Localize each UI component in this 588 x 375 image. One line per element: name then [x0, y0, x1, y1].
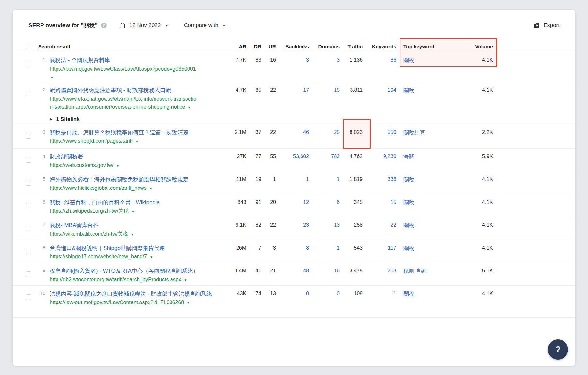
- row-checkbox[interactable]: [26, 91, 31, 96]
- domains-link[interactable]: 6: [337, 199, 340, 205]
- keywords-link[interactable]: 86: [390, 57, 396, 63]
- expand-url-caret-icon[interactable]: ▼: [188, 106, 191, 109]
- top-keyword-link[interactable]: 關稅: [403, 222, 414, 228]
- backlinks-link[interactable]: 1: [306, 176, 309, 182]
- keywords-link-cell: 9,230: [363, 149, 396, 160]
- result-url[interactable]: https://law.moj.gov.tw/LawClass/LawAll.a…: [50, 65, 226, 82]
- column-backlinks[interactable]: Backlinks: [276, 44, 309, 50]
- sitelink-toggle[interactable]: ▶1 Sitelink: [50, 115, 226, 123]
- expand-url-caret-icon[interactable]: ▼: [184, 278, 187, 282]
- result-title-link[interactable]: 關稅- 維基百科，自由的百科全書 - Wikipedia: [50, 198, 226, 207]
- row-checkbox[interactable]: [26, 226, 31, 231]
- result-title-link[interactable]: 海外購物族必看！海外包裹關稅免稅額度與相關課稅規定: [50, 175, 226, 184]
- date-picker-button[interactable]: 12 Nov 2022 ▼: [119, 22, 168, 29]
- result-title-link[interactable]: 法規內容-減免關稅之進口貨物補稅辦法 - 財政部主管法規查詢系統: [50, 290, 226, 298]
- result-title-link[interactable]: 台灣進口&關稅說明｜Shipgo世購國際集貨代運: [50, 244, 226, 253]
- column-domains[interactable]: Domains: [309, 44, 340, 50]
- result-url[interactable]: https://www.etax.nat.gov.tw/etwmain/tax-…: [50, 95, 226, 112]
- top-keyword-link[interactable]: 關稅: [403, 87, 414, 93]
- result-url[interactable]: https://wiki.mbalib.com/zh-tw/关税▼: [50, 230, 226, 238]
- backlinks-link[interactable]: 12: [303, 199, 309, 205]
- top-keyword-link[interactable]: 關稅: [403, 199, 414, 205]
- expand-url-caret-icon[interactable]: ▼: [131, 210, 135, 213]
- result-url[interactable]: https://www.shopjkl.com/pages/tariff▼: [50, 137, 226, 146]
- export-button[interactable]: Export: [534, 22, 560, 29]
- keywords-link[interactable]: 336: [387, 176, 396, 182]
- domains-link[interactable]: 13: [334, 222, 340, 228]
- result-title-link[interactable]: 關稅法 - 全國法規資料庫: [50, 56, 226, 65]
- result-url[interactable]: http://db2.wtocenter.org.tw/tariff/searc…: [50, 275, 226, 284]
- expand-url-caret-icon[interactable]: ▼: [135, 140, 139, 143]
- top-keyword-link[interactable]: 關稅: [403, 176, 414, 182]
- row-checkbox[interactable]: [26, 157, 31, 163]
- backlinks-link[interactable]: 3: [306, 57, 309, 63]
- result-url[interactable]: https://zh.wikipedia.org/zh-tw/关税▼: [50, 207, 226, 216]
- help-button[interactable]: ?: [548, 339, 568, 360]
- keywords-link[interactable]: 9,230: [383, 154, 396, 159]
- column-top-keyword[interactable]: Top keyword: [403, 44, 462, 50]
- result-url[interactable]: https://law-out.mof.gov.tw/LawContent.as…: [50, 298, 226, 307]
- result-title-link[interactable]: 財政部關務署: [50, 153, 226, 161]
- backlinks-link[interactable]: 8: [306, 245, 309, 251]
- serp-overview-panel: SERP overview for "關稅" ? 12 Nov 2022 ▼ C…: [13, 10, 575, 366]
- keywords-link[interactable]: 22: [390, 222, 396, 228]
- title-help-icon[interactable]: ?: [101, 23, 107, 28]
- keywords-link[interactable]: 194: [387, 87, 396, 93]
- result-url[interactable]: https://shipgo17.com/website/new_hand/7▼: [50, 253, 226, 261]
- backlinks-link[interactable]: 48: [303, 268, 309, 273]
- column-ur[interactable]: UR: [261, 44, 276, 50]
- top-keyword-link[interactable]: 關稅計算: [403, 129, 425, 135]
- top-keyword-link[interactable]: 關稅: [403, 291, 414, 297]
- keywords-link[interactable]: 1: [393, 291, 396, 296]
- backlinks-link[interactable]: 53,602: [293, 154, 309, 159]
- result-url[interactable]: https://www.hiclicksglobal.com/tariff_ne…: [50, 184, 226, 193]
- backlinks-link[interactable]: 17: [303, 87, 309, 93]
- expand-url-caret-icon[interactable]: ▼: [187, 301, 190, 305]
- compare-with-dropdown[interactable]: Compare with ▼: [184, 22, 226, 29]
- select-all-checkbox[interactable]: [26, 44, 31, 49]
- column-ar[interactable]: AR: [231, 44, 246, 50]
- backlinks-link[interactable]: 23: [303, 222, 309, 228]
- domains-link[interactable]: 16: [334, 268, 340, 273]
- column-keywords[interactable]: Keywords: [363, 44, 396, 50]
- ar-value: 843: [237, 199, 246, 205]
- domains-link[interactable]: 0: [337, 291, 340, 296]
- top-keyword-link[interactable]: 關稅: [403, 57, 414, 63]
- column-dr[interactable]: DR: [246, 44, 261, 50]
- row-checkbox[interactable]: [26, 61, 31, 66]
- top-keyword-link[interactable]: 海關: [403, 154, 414, 159]
- keywords-link[interactable]: 117: [388, 245, 396, 251]
- top-keyword-link[interactable]: 稅則 查詢: [403, 268, 427, 274]
- expand-url-caret-icon[interactable]: ▼: [131, 233, 134, 236]
- domains-link[interactable]: 15: [334, 87, 340, 93]
- result-title-link[interactable]: 網路購買國外貨物應注意事項 - 財政部稅務入口網: [50, 86, 226, 95]
- expand-url-caret-icon[interactable]: ▼: [150, 255, 153, 259]
- row-checkbox[interactable]: [26, 203, 31, 208]
- row-checkbox[interactable]: [26, 133, 31, 139]
- result-title-link[interactable]: 關稅是什麼、怎麼算？稅則稅率如何查？這篇一次說清楚。: [50, 128, 226, 137]
- backlinks-link[interactable]: 0: [306, 291, 309, 296]
- domains-link[interactable]: 782: [331, 154, 340, 159]
- result-title-link[interactable]: 關稅- MBA智库百科: [50, 221, 226, 230]
- expand-url-caret-icon[interactable]: ▼: [149, 187, 153, 190]
- row-checkbox[interactable]: [26, 249, 31, 254]
- expand-url-caret-icon[interactable]: ▼: [50, 76, 54, 79]
- column-volume[interactable]: Volume: [462, 44, 493, 50]
- domains-link[interactable]: 1: [337, 245, 340, 251]
- expand-url-caret-icon[interactable]: ▼: [116, 164, 119, 168]
- row-checkbox[interactable]: [26, 294, 31, 300]
- keywords-link[interactable]: 203: [387, 268, 396, 273]
- row-pad: [13, 149, 26, 153]
- keywords-link[interactable]: 15: [390, 199, 396, 205]
- column-traffic[interactable]: Traffic: [340, 44, 363, 50]
- domains-link[interactable]: 3: [337, 57, 340, 63]
- domains-link[interactable]: 1: [337, 176, 340, 182]
- backlinks-link[interactable]: 46: [303, 129, 309, 135]
- row-checkbox[interactable]: [26, 180, 31, 186]
- keywords-link[interactable]: 550: [387, 129, 396, 135]
- top-keyword-link[interactable]: 關稅: [403, 245, 414, 251]
- row-checkbox[interactable]: [26, 271, 31, 277]
- domains-link[interactable]: 25: [334, 129, 340, 135]
- result-title-link[interactable]: 稅率查詢(輸入貨名) - WTO及RTA中心（各國關稅查詢系統）: [50, 267, 226, 275]
- result-url[interactable]: https://web.customs.gov.tw/▼: [50, 161, 226, 170]
